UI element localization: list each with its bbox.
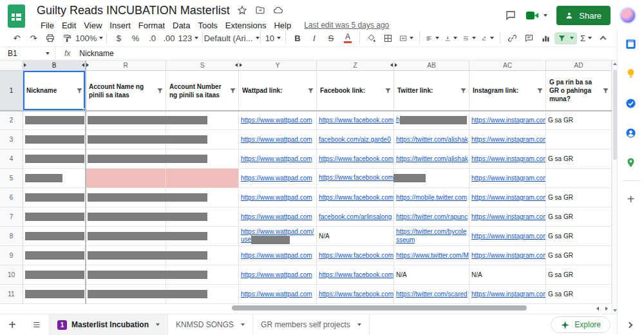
cell-link[interactable]: https://www.instagram.com	[471, 252, 546, 259]
header-cell-Z1[interactable]: Facebook link:	[317, 71, 394, 111]
font-size-select[interactable]: 10	[265, 30, 281, 46]
cell-Y2[interactable]: https://www.wattpad.com	[239, 111, 317, 130]
cell-B11[interactable]	[23, 285, 86, 304]
cell-AB3[interactable]: https://twitter.com/alishak	[394, 130, 469, 149]
cell-Z5[interactable]: https://www.facebook.com	[317, 169, 394, 188]
cell-link[interactable]: https://www.wattpad.com	[241, 252, 312, 259]
cell-AD7[interactable]: G sa GR	[546, 207, 612, 227]
cell-AC4[interactable]: https://www.instagram.com	[469, 149, 546, 169]
font-select[interactable]: Default (Ari...	[207, 30, 256, 46]
cell-AD8[interactable]: G sa GR	[546, 227, 612, 246]
cell-AC7[interactable]: https://www.instagram.com	[469, 207, 546, 227]
cell-link[interactable]: https://www.wattpad.com	[241, 117, 312, 124]
undo-button[interactable]: ↶	[9, 30, 24, 46]
cell-link[interactable]: https://www.wattpad.com	[241, 271, 312, 278]
row-header-3[interactable]: 3	[0, 130, 23, 149]
column-header-R[interactable]: R	[86, 61, 166, 71]
cell-link[interactable]: https://www.facebook.com	[319, 271, 393, 278]
frozen-column-divider[interactable]	[85, 61, 86, 304]
cell-B4[interactable]	[23, 149, 86, 169]
column-filter-button[interactable]	[229, 87, 236, 94]
insert-chart-button[interactable]	[538, 30, 553, 46]
sheet-tab-gr-members-self-projects[interactable]: GR members self projects	[253, 314, 370, 335]
row-header-2[interactable]: 2	[0, 111, 23, 130]
cell-Y4[interactable]: https://www.wattpad.com	[239, 149, 317, 169]
cell-R2[interactable]	[86, 111, 166, 130]
tasks-icon[interactable]	[625, 97, 638, 110]
header-cell-Y1[interactable]: Wattpad link:	[239, 71, 317, 111]
cell-R8[interactable]	[86, 227, 166, 246]
column-filter-button[interactable]	[602, 87, 609, 94]
add-sheet-button[interactable]: +	[0, 314, 24, 335]
comment-history-icon[interactable]	[505, 10, 516, 21]
decrease-decimals-button[interactable]: .0	[144, 30, 160, 46]
all-sheets-button[interactable]	[24, 314, 49, 335]
cell-link[interactable]: https://twitter.com/rapunc	[396, 213, 468, 220]
column-filter-button[interactable]	[156, 87, 164, 94]
move-to-folder-icon[interactable]	[254, 5, 266, 16]
cell-Z2[interactable]: https://www.facebook.com	[317, 111, 394, 130]
cell-link[interactable]: https://www.instagram.com	[471, 233, 546, 240]
column-header-AC[interactable]: AC	[469, 61, 546, 71]
cell-AB2[interactable]: h	[394, 111, 469, 130]
sheet-tab-caret-icon[interactable]	[357, 323, 361, 326]
cell-Z9[interactable]: https://www.facebook.com	[317, 246, 394, 265]
cell-AC6[interactable]: https://www.instagram.com	[469, 188, 546, 207]
row-header-4[interactable]: 4	[0, 149, 23, 169]
cell-link[interactable]: https://www.wattpad.com	[241, 155, 312, 162]
cell-link[interactable]: https://twitter.com/scared	[396, 291, 468, 298]
cell-Z10[interactable]: https://www.facebook.com	[317, 265, 394, 285]
cell-B10[interactable]	[23, 265, 86, 285]
scroll-right-icon[interactable]	[605, 307, 608, 311]
redo-button[interactable]: ↷	[26, 30, 41, 46]
column-header-Z[interactable]: Z	[317, 61, 394, 71]
cell-link[interactable]: https://twitter.com/bycolesseum	[396, 228, 467, 244]
row-header-9[interactable]: 9	[0, 246, 23, 265]
cell-Z8[interactable]: N/A	[317, 227, 394, 246]
cell-R7[interactable]	[86, 207, 166, 227]
cell-link[interactable]: https://www.instagram.com	[471, 136, 546, 143]
cell-AC2[interactable]: https://www.instagram.com	[469, 111, 546, 130]
cell-R4[interactable]	[86, 149, 166, 169]
header-cell-AD1[interactable]: G pa rin ba sa GR o pahinga muna?	[546, 71, 612, 111]
row-header-5[interactable]: 5	[0, 169, 23, 188]
cell-Y6[interactable]: https://www.wattpad.com	[239, 188, 317, 207]
cell-link[interactable]: https://www.wattpad.com	[241, 291, 312, 298]
cell-R6[interactable]	[86, 188, 166, 207]
cell-B2[interactable]	[23, 111, 86, 130]
cell-Z6[interactable]: https://www.facebook.com	[317, 188, 394, 207]
account-avatar[interactable]	[620, 7, 636, 24]
cell-AD11[interactable]: G sa GR	[546, 285, 612, 304]
cell-link[interactable]: https://www.instagram.com	[471, 155, 546, 162]
meet-icon[interactable]	[526, 10, 547, 21]
cell-link[interactable]: https://www.wattpad.com	[241, 175, 312, 182]
cell-link[interactable]: facebook.com/aiz.garde0	[319, 136, 391, 143]
cell-link[interactable]: https://mobile.twitter.com	[396, 194, 467, 201]
column-header-AB[interactable]: AB	[394, 61, 469, 71]
insert-link-button[interactable]	[504, 30, 520, 46]
cell-AC9[interactable]: https://www.instagram.com	[469, 246, 546, 265]
cell-link[interactable]: https://www.instagram.com	[471, 175, 546, 182]
scroll-left-icon[interactable]	[596, 307, 599, 311]
cell-link[interactable]: https://www.facebook.com	[319, 291, 393, 298]
header-cell-R1[interactable]: Account Name ng pinili sa itaas	[86, 71, 166, 111]
cell-R11[interactable]	[86, 285, 166, 304]
get-addons-button[interactable]: +	[627, 193, 635, 206]
cell-AB8[interactable]: https://twitter.com/bycolesseum	[394, 227, 469, 246]
calendar-icon[interactable]	[625, 37, 638, 50]
cell-Y7[interactable]: https://www.wattpad.com	[239, 207, 317, 227]
cell-AB9[interactable]: https://www.twitter.com/M	[394, 246, 469, 265]
name-box[interactable]: B1	[0, 47, 55, 60]
column-header-B[interactable]: B	[23, 61, 86, 71]
cell-R5[interactable]	[86, 169, 166, 188]
last-edit-link[interactable]: Last edit was 5 days ago	[304, 21, 389, 30]
cell-link[interactable]: https://twitter.com/alishak	[396, 136, 468, 143]
cell-AD10[interactable]: G sa GR	[546, 265, 612, 285]
keep-icon[interactable]	[625, 67, 638, 80]
sheet-tab-caret-icon[interactable]	[241, 323, 245, 326]
contacts-icon[interactable]	[625, 126, 638, 139]
increase-decimals-button[interactable]: .00	[161, 30, 176, 46]
share-button[interactable]: Share	[556, 6, 611, 25]
filter-button[interactable]	[554, 32, 577, 44]
header-cell-B1[interactable]: Nickname	[23, 71, 86, 111]
